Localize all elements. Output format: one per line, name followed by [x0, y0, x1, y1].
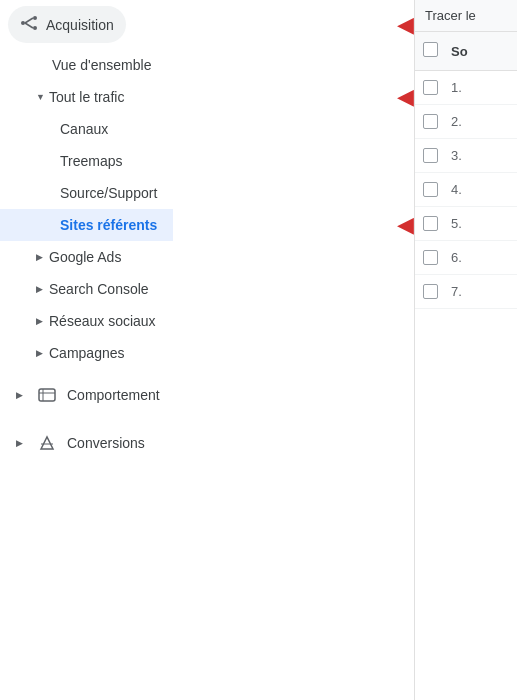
acquisition-row: Acquisition ◀ [0, 0, 414, 49]
source-support-label: Source/Support [60, 185, 157, 201]
header-source-label: So [451, 44, 468, 59]
tout-trafic-row: ▼ Tout le trafic ◀ [0, 81, 414, 113]
row-7-checkbox[interactable] [423, 284, 438, 299]
annotation-arrow-sites-referents: ◀ [397, 212, 414, 238]
acquisition-icon [20, 14, 38, 35]
sidebar-item-vue-ensemble[interactable]: Vue d'ensemble [0, 49, 414, 81]
header-checkbox[interactable] [423, 42, 438, 57]
table-row: 6. [415, 241, 517, 275]
reseaux-sociaux-label: Réseaux sociaux [49, 313, 156, 329]
row-7-num: 7. [451, 284, 471, 299]
treemaps-label: Treemaps [60, 153, 123, 169]
row-3-checkbox[interactable] [423, 148, 438, 163]
annotation-arrow-tout-trafic: ◀ [397, 84, 414, 110]
reseaux-sociaux-expand-icon: ▶ [36, 316, 43, 326]
comportement-icon [37, 385, 57, 405]
right-header-text: Tracer le [425, 8, 476, 23]
row-6-num: 6. [451, 250, 471, 265]
sidebar-item-search-console[interactable]: ▶ Search Console [0, 273, 414, 305]
row-3-num: 3. [451, 148, 471, 163]
annotation-arrow-acquisition: ◀ [397, 12, 414, 38]
comportement-expand-icon: ▶ [16, 390, 23, 400]
table-row: 3. [415, 139, 517, 173]
sites-referents-label: Sites référents [60, 217, 157, 233]
conversions-label: Conversions [67, 435, 145, 451]
row-7-check [423, 284, 451, 299]
comportement-label: Comportement [67, 387, 160, 403]
svg-point-1 [33, 16, 37, 20]
campagnes-label: Campagnes [49, 345, 125, 361]
table-row: 7. [415, 275, 517, 309]
row-2-num: 2. [451, 114, 471, 129]
sidebar: Acquisition ◀ Vue d'ensemble ▼ Tout le t… [0, 0, 415, 700]
sidebar-item-campagnes[interactable]: ▶ Campagnes [0, 337, 414, 369]
row-4-check [423, 182, 451, 197]
table-row: 4. [415, 173, 517, 207]
conversions-icon [37, 433, 57, 453]
svg-line-4 [25, 23, 33, 28]
svg-point-2 [33, 26, 37, 30]
row-3-check [423, 148, 451, 163]
search-console-label: Search Console [49, 281, 149, 297]
tout-trafic-arrow-icon: ▼ [36, 92, 45, 102]
sidebar-item-reseaux-sociaux[interactable]: ▶ Réseaux sociaux [0, 305, 414, 337]
sidebar-item-treemaps[interactable]: Treemaps [0, 145, 414, 177]
row-2-check [423, 114, 451, 129]
row-6-checkbox[interactable] [423, 250, 438, 265]
row-2-checkbox[interactable] [423, 114, 438, 129]
row-1-num: 1. [451, 80, 471, 95]
header-checkbox-col [423, 42, 451, 60]
row-1-checkbox[interactable] [423, 80, 438, 95]
svg-point-0 [21, 21, 25, 25]
google-ads-expand-icon: ▶ [36, 252, 43, 262]
row-4-num: 4. [451, 182, 471, 197]
sidebar-item-acquisition[interactable]: Acquisition [8, 6, 126, 43]
row-1-check [423, 80, 451, 95]
svg-rect-5 [39, 389, 55, 401]
conversions-expand-icon: ▶ [16, 438, 23, 448]
table-row: 2. [415, 105, 517, 139]
canaux-label: Canaux [60, 121, 108, 137]
row-5-num: 5. [451, 216, 471, 231]
svg-line-3 [25, 18, 33, 23]
sidebar-item-canaux[interactable]: Canaux [0, 113, 414, 145]
sidebar-item-sites-referents[interactable]: Sites référents [0, 209, 173, 241]
row-5-check [423, 216, 451, 231]
campagnes-expand-icon: ▶ [36, 348, 43, 358]
google-ads-label: Google Ads [49, 249, 121, 265]
sidebar-item-conversions[interactable]: ▶ Conversions [0, 421, 414, 465]
table-header-row: So [415, 32, 517, 71]
row-6-check [423, 250, 451, 265]
sidebar-item-comportement[interactable]: ▶ Comportement [0, 373, 414, 417]
table-row: 5. [415, 207, 517, 241]
acquisition-label: Acquisition [46, 17, 114, 33]
right-panel: Tracer le So 1. 2. 3. 4. 5. [415, 0, 517, 700]
table-row: 1. [415, 71, 517, 105]
search-console-expand-icon: ▶ [36, 284, 43, 294]
sidebar-item-source-support[interactable]: Source/Support [0, 177, 414, 209]
right-panel-header: Tracer le [415, 0, 517, 32]
tout-trafic-label: Tout le trafic [49, 89, 124, 105]
row-4-checkbox[interactable] [423, 182, 438, 197]
vue-ensemble-label: Vue d'ensemble [52, 57, 151, 73]
row-5-checkbox[interactable] [423, 216, 438, 231]
sidebar-item-tout-trafic[interactable]: ▼ Tout le trafic [0, 81, 140, 113]
sidebar-item-google-ads[interactable]: ▶ Google Ads [0, 241, 414, 273]
sites-referents-row: Sites référents ◀ [0, 209, 414, 241]
svg-marker-8 [41, 437, 53, 449]
right-table: So 1. 2. 3. 4. 5. 6. 7. [415, 32, 517, 700]
